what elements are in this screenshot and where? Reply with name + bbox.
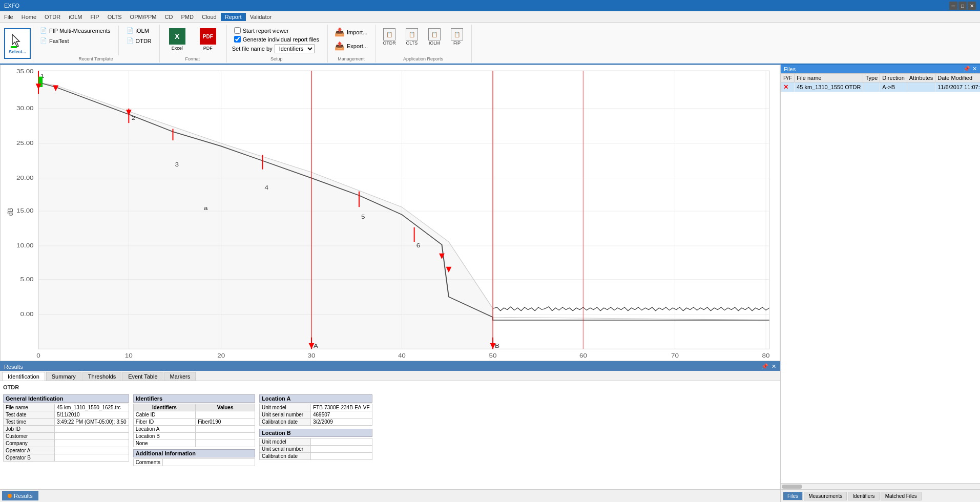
generate-files-checkbox[interactable]: Generate individual report files: [232, 35, 321, 43]
files-tab-measurements[interactable]: Measurements: [804, 492, 847, 500]
file-attributes: [907, 82, 935, 92]
table-row: Fiber ID Fiber0190: [133, 419, 255, 426]
menu-report[interactable]: Report: [221, 13, 246, 21]
customer-value: [55, 433, 129, 440]
files-scrollbar-thumb[interactable]: [782, 485, 802, 489]
maximize-button[interactable]: □: [958, 2, 967, 10]
template-buttons: 📄 FIP Multi-Measurements 📄 FasTest: [36, 26, 114, 46]
iolm-report-icon: 📋: [428, 28, 441, 40]
svg-text:70: 70: [671, 352, 679, 359]
menu-olts[interactable]: OLTS: [103, 13, 126, 21]
import-button[interactable]: 📥 Import...: [331, 26, 371, 38]
iolm-label: iOLM: [136, 28, 149, 34]
excel-button[interactable]: X Excel: [163, 26, 192, 53]
app-reports-label: Application Reports: [379, 55, 467, 61]
files-bottom-tabs: Files Measurements Identifiers Matched F…: [781, 489, 980, 502]
pdf-button[interactable]: PDF PDF: [194, 26, 222, 53]
menu-file[interactable]: File: [0, 13, 17, 21]
files-scrollbar[interactable]: [781, 483, 980, 489]
menu-iolm[interactable]: iOLM: [65, 13, 86, 21]
fastest-label: FasTest: [49, 38, 69, 44]
job-id-value: [55, 426, 129, 433]
tab-identification[interactable]: Identification: [2, 372, 45, 381]
results-content: OTDR General Identification File name 45…: [0, 381, 780, 489]
files-close-button[interactable]: ✕: [972, 66, 977, 72]
otdr-report-label: OTDR: [383, 40, 396, 46]
results-title: Results: [4, 364, 23, 370]
olts-report-button[interactable]: 📋 OLTS: [402, 26, 422, 48]
iolm-btn[interactable]: 📄 iOLM: [123, 26, 155, 35]
svg-text:35.00: 35.00: [16, 68, 34, 75]
results-tab-label: Results: [14, 493, 33, 499]
iolm-report-button[interactable]: 📋 iOLM: [424, 26, 445, 48]
generate-files-input[interactable]: [234, 36, 241, 43]
table-row: Calibration date 3/2/2009: [259, 419, 372, 426]
files-empty-space: [781, 278, 980, 483]
filename-row: Set file name by Identifiers: [232, 44, 321, 53]
fip-report-button[interactable]: 📋 FIP: [447, 26, 467, 48]
fastest-btn[interactable]: 📄 FasTest: [36, 36, 114, 46]
svg-text:10.00: 10.00: [16, 242, 34, 249]
files-tab-identifiers[interactable]: Identifiers: [848, 492, 879, 500]
svg-text:25.00: 25.00: [16, 140, 34, 147]
files-table: P/F File name Type Direction Attributes …: [781, 73, 980, 278]
svg-text:6: 6: [416, 242, 421, 249]
close-button[interactable]: ✕: [968, 2, 976, 10]
general-id-section: General Identification File name 45 km_1…: [3, 394, 129, 466]
results-dot-icon: [8, 494, 12, 498]
start-viewer-checkbox[interactable]: Start report viewer: [232, 27, 321, 34]
fip-report-label: FIP: [453, 40, 461, 46]
import-icon: 📥: [335, 27, 345, 37]
results-area: Results 📌 ✕ Identification Summary Thres…: [0, 361, 780, 489]
svg-text:0.00: 0.00: [20, 311, 33, 318]
unit-model-b-label: Unit model: [259, 438, 310, 446]
col-type: Type: [863, 74, 880, 82]
export-button[interactable]: 📤 Export...: [331, 39, 371, 52]
bottom-tabs: Results: [0, 489, 780, 502]
table-row: Customer: [4, 433, 129, 440]
export-label: Export...: [347, 43, 368, 49]
fip-multimeasurements-label: FIP Multi-Measurements: [49, 28, 111, 34]
select-label: Select...: [9, 49, 26, 54]
start-viewer-input[interactable]: [234, 27, 241, 34]
otdr-report-button[interactable]: 📋 OTDR: [379, 26, 400, 48]
fip-report-icon: 📋: [451, 28, 463, 40]
files-pin-button[interactable]: 📌: [963, 66, 970, 72]
menu-opm[interactable]: OPM/PPM: [126, 13, 161, 21]
results-close-button[interactable]: ✕: [772, 363, 776, 370]
menu-pmd[interactable]: PMD: [177, 13, 197, 21]
ribbon-content: Select... 📄 FIP Multi-Measurements 📄 Fas…: [0, 23, 980, 64]
location-b-ident-value: [196, 433, 255, 440]
menu-otdr[interactable]: OTDR: [40, 13, 65, 21]
table-row: Company: [4, 440, 129, 447]
tab-markers[interactable]: Markers: [164, 372, 196, 381]
svg-marker-0: [12, 34, 19, 47]
files-tab-matched[interactable]: Matched Files: [881, 492, 922, 500]
file-row[interactable]: ✕ 45 km_1310_1550 OTDR A->B 11/6/2017 11…: [781, 82, 981, 92]
results-bottom-tab[interactable]: Results: [2, 491, 38, 500]
menu-validator[interactable]: Validator: [246, 13, 276, 21]
file-name-value: 45 km_1310_1550_1625.trc: [55, 404, 129, 411]
fip-multimeasurements-btn[interactable]: 📄 FIP Multi-Measurements: [36, 26, 114, 35]
svg-text:20.00: 20.00: [16, 175, 34, 181]
tab-thresholds[interactable]: Thresholds: [82, 372, 121, 381]
menu-cloud[interactable]: Cloud: [198, 13, 221, 21]
files-tab-files[interactable]: Files: [783, 492, 803, 500]
tab-event-table[interactable]: Event Table: [122, 372, 163, 381]
select-button[interactable]: Select...: [4, 28, 31, 59]
management-label: Management: [331, 55, 371, 61]
svg-text:3: 3: [175, 161, 179, 168]
file-direction: A->B: [880, 82, 907, 92]
menu-home[interactable]: Home: [17, 13, 40, 21]
menu-cd[interactable]: CD: [161, 13, 177, 21]
table-row: Location A: [133, 426, 255, 433]
table-row: File name 45 km_1310_1550_1625.trc: [4, 404, 129, 411]
tab-summary[interactable]: Summary: [46, 372, 81, 381]
results-pin-button[interactable]: 📌: [761, 363, 768, 370]
otdr-template-btn[interactable]: 📄 OTDR: [123, 36, 155, 46]
cal-date-b-label: Calibration date: [259, 453, 310, 460]
minimize-button[interactable]: ─: [949, 2, 957, 10]
menu-fip[interactable]: FIP: [87, 13, 103, 21]
filename-select[interactable]: Identifiers: [275, 44, 315, 53]
cal-date-a-value: 3/2/2009: [310, 419, 372, 426]
